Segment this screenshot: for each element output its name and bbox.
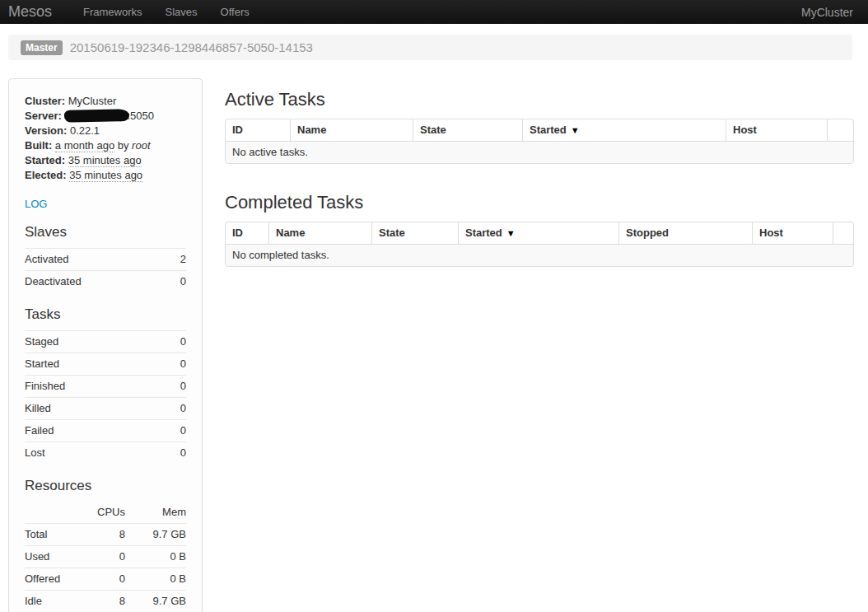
log-link[interactable]: LOG: [25, 198, 47, 210]
resources-header-row: CPUs Mem: [25, 502, 186, 523]
stat-row-started: Started 0: [25, 353, 186, 375]
stat-value: 2: [180, 252, 186, 267]
stat-row-deactivated: Deactivated 0: [25, 270, 186, 292]
active-tasks-header-row: ID Name State Started▼ Host: [226, 119, 853, 141]
resource-label: Offered: [25, 572, 86, 586]
column-header-name[interactable]: Name: [290, 119, 413, 141]
built-time: a month ago: [55, 139, 114, 152]
slaves-section-title: Slaves: [25, 224, 186, 241]
master-id: 20150619-192346-1298446857-5050-14153: [70, 40, 313, 54]
stat-label: Started: [25, 357, 59, 371]
resource-mem: 0 B: [125, 549, 186, 564]
column-header-state[interactable]: State: [371, 222, 458, 244]
elected-label: Elected:: [25, 169, 67, 181]
elected-value: 35 minutes ago: [69, 169, 142, 182]
stat-row-killed: Killed 0: [25, 397, 186, 419]
resource-cpus: 8: [86, 527, 125, 542]
sort-desc-icon: ▼: [571, 125, 580, 135]
tasks-section-title: Tasks: [25, 306, 186, 323]
sidebar-panel: Cluster: MyCluster Server: :5050 Version…: [8, 78, 203, 612]
resource-cpus: 0: [86, 572, 125, 586]
column-header-started[interactable]: Started▼: [522, 119, 726, 141]
completed-tasks-section: Completed Tasks ID Name State Started▼ S…: [225, 192, 852, 267]
stat-value: 0: [180, 274, 186, 289]
stat-label: Finished: [25, 379, 65, 394]
nav-item-offers[interactable]: Offers: [209, 6, 261, 18]
column-header-actions: [833, 222, 853, 244]
resource-label: Idle: [25, 594, 86, 609]
navbar-cluster-name: MyCluster: [801, 6, 860, 19]
started-info-line: Started: 35 minutes ago: [25, 153, 186, 168]
column-header-started[interactable]: Started▼: [458, 222, 618, 244]
resource-cpus: 8: [86, 594, 125, 609]
nav-item-frameworks[interactable]: Frameworks: [72, 6, 154, 18]
cluster-label: Cluster:: [25, 95, 65, 107]
stat-label: Lost: [25, 446, 45, 460]
tasks-stats: Staged 0 Started 0 Finished 0 Killed 0 F…: [25, 330, 186, 464]
navbar-menu: Frameworks Slaves Offers: [72, 6, 261, 18]
resource-mem: 9.7 GB: [125, 527, 186, 542]
stat-label: Killed: [25, 401, 51, 416]
active-tasks-empty-message: No active tasks.: [226, 141, 853, 163]
brand-link[interactable]: Mesos: [8, 3, 60, 21]
resource-row-offered: Offered 0 0 B: [25, 568, 186, 590]
slaves-stats: Activated 2 Deactivated 0: [25, 248, 186, 292]
completed-tasks-header-row: ID Name State Started▼ Stopped Host: [226, 222, 853, 244]
content-layout: Cluster: MyCluster Server: :5050 Version…: [8, 78, 852, 612]
nav-item-slaves[interactable]: Slaves: [154, 6, 209, 18]
resource-row-used: Used 0 0 B: [25, 545, 186, 568]
stat-label: Staged: [25, 334, 58, 349]
stat-row-failed: Failed 0: [25, 419, 186, 441]
column-header-started-label: Started: [530, 124, 567, 136]
column-header-stopped[interactable]: Stopped: [618, 222, 752, 244]
stat-row-staged: Staged 0: [25, 330, 186, 353]
resources-table: CPUs Mem Total 8 9.7 GB Used 0 0 B Offer…: [25, 502, 186, 612]
stat-label: Activated: [25, 252, 68, 267]
stat-row-activated: Activated 2: [25, 248, 186, 270]
built-label: Built:: [25, 139, 52, 152]
stat-value: 0: [180, 446, 186, 460]
built-user: root: [132, 139, 150, 152]
server-info-line: Server: :5050: [25, 109, 186, 124]
completed-tasks-title: Completed Tasks: [225, 192, 852, 213]
column-header-host[interactable]: Host: [726, 119, 827, 141]
started-label: Started:: [25, 154, 65, 166]
version-info-line: Version: 0.22.1: [25, 124, 186, 138]
active-tasks-section: Active Tasks ID Name State Started▼ Host: [225, 89, 852, 164]
stat-value: 0: [180, 401, 186, 416]
column-header-started-label: Started: [465, 227, 502, 239]
column-header-id[interactable]: ID: [226, 222, 268, 244]
resources-header-mem: Mem: [125, 505, 186, 520]
resource-mem: 9.7 GB: [125, 594, 186, 609]
column-header-actions: [827, 119, 853, 141]
resource-cpus: 0: [86, 549, 125, 564]
sort-desc-icon: ▼: [506, 228, 516, 238]
server-label: Server:: [25, 110, 62, 122]
stat-row-lost: Lost 0: [25, 441, 186, 464]
resource-label: Used: [25, 549, 86, 564]
empty-state-row: No active tasks.: [226, 141, 853, 163]
started-value: 35 minutes ago: [68, 154, 142, 167]
built-by-text: by: [118, 139, 129, 152]
active-tasks-table: ID Name State Started▼ Host No active ta…: [225, 119, 854, 164]
stat-label: Failed: [25, 423, 54, 438]
stat-value: 0: [180, 357, 186, 371]
resource-label: Total: [25, 527, 86, 542]
empty-state-row: No completed tasks.: [226, 244, 853, 266]
main-content: Active Tasks ID Name State Started▼ Host: [225, 78, 852, 267]
built-info-line: Built: a month ago by root: [25, 138, 186, 153]
column-header-name[interactable]: Name: [268, 222, 371, 244]
column-header-host[interactable]: Host: [752, 222, 833, 244]
breadcrumb: Master 20150619-192346-1298446857-5050-1…: [8, 35, 852, 60]
completed-tasks-empty-message: No completed tasks.: [226, 244, 853, 266]
server-address-redaction: [64, 109, 127, 123]
resource-row-total: Total 8 9.7 GB: [25, 523, 186, 545]
stat-value: 0: [180, 423, 186, 438]
column-header-state[interactable]: State: [413, 119, 522, 141]
column-header-id[interactable]: ID: [226, 119, 290, 141]
version-value: 0.22.1: [70, 124, 100, 137]
resources-section-title: Resources: [25, 478, 186, 494]
version-label: Version:: [25, 124, 67, 137]
navbar: Mesos Frameworks Slaves Offers MyCluster: [0, 0, 868, 24]
server-port: :5050: [127, 110, 154, 122]
